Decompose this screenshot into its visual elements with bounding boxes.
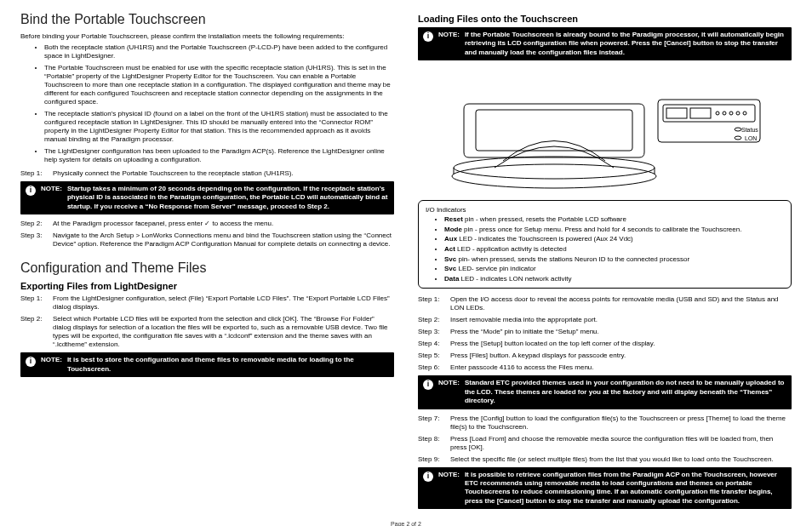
note-text: Standard ETC provided themes used in you…	[465, 379, 786, 405]
svg-point-8	[723, 111, 726, 115]
step-label: Step 6:	[418, 363, 450, 372]
svg-point-9	[729, 111, 733, 115]
info-icon: i	[26, 357, 36, 367]
step-row: Step 1:Open the I/O access door to revea…	[418, 295, 792, 312]
step-label: Step 9:	[418, 455, 450, 464]
heading-export: Exporting Files from LightDesigner	[20, 281, 394, 291]
bind-steps-b: Step 2: At the Paradigm processor facepa…	[20, 220, 394, 249]
page: Bind the Portable Touchscreen Before bin…	[0, 0, 812, 519]
bind-requirements: Both the receptacle station (UH1RS) and …	[20, 43, 394, 164]
io-list: Reset pin - when pressed, resets the Por…	[426, 215, 784, 283]
io-indicators-box: I/O Indicators Reset pin - when pressed,…	[418, 200, 792, 289]
io-item: Reset pin - when pressed, resets the Por…	[444, 215, 784, 224]
step-row: Step 4:Press the [Setup] button located …	[418, 340, 792, 348]
step-text: Press the [Setup] button located on the …	[450, 340, 792, 348]
heading-config: Configuration and Theme Files	[20, 260, 394, 276]
io-item: Svc LED- service pin indicator	[444, 265, 784, 273]
svg-point-0	[452, 164, 656, 188]
note-label: NOTE:	[438, 471, 460, 506]
info-icon: i	[26, 186, 36, 196]
step-label: Step 2:	[20, 315, 53, 349]
step-row: Step 9:Select the specific file (or sele…	[418, 455, 792, 464]
step-text: Physically connect the Portable Touchscr…	[53, 169, 394, 178]
note-themes: i NOTE: Standard ETC provided themes use…	[418, 375, 792, 409]
step-row: Step 1: From the LightDesigner configura…	[20, 294, 394, 312]
req-item: The LightDesigner configuration has been…	[44, 147, 394, 164]
svg-point-7	[716, 111, 719, 115]
step-label: Step 4:	[418, 340, 450, 348]
step-text: Press [Load From] and choose the removab…	[450, 435, 792, 452]
heading-loading: Loading Files onto the Touchscreen	[418, 14, 792, 24]
note-text: Startup takes a minimum of 20 seconds de…	[67, 185, 389, 211]
step-row: Step 3: Navigate to the Arch Setup > Lon…	[20, 232, 394, 249]
device-illustration: Status LON	[418, 66, 792, 193]
step-row: Step 3:Press the “Mode” pin to initiate …	[418, 328, 792, 336]
note-auto-retrieve: i NOTE: If the Portable Touchscreen is a…	[418, 27, 792, 60]
svg-text:Status: Status	[741, 127, 758, 133]
step-label: Step 8:	[418, 435, 450, 452]
io-item: Act LED - application activity is detect…	[444, 245, 784, 254]
bind-steps-a: Step 1: Physically connect the Portable …	[20, 169, 394, 178]
svg-rect-2	[476, 110, 632, 151]
info-icon: i	[423, 472, 433, 482]
step-text: Insert removable media into the appropri…	[450, 316, 792, 324]
step-label: Step 7:	[418, 415, 450, 432]
note-store-media: i NOTE: It is best to store the configur…	[20, 352, 394, 377]
svg-rect-5	[666, 108, 687, 118]
req-item: The receptacle station’s physical ID (fo…	[44, 110, 394, 144]
heading-bind: Bind the Portable Touchscreen	[20, 12, 394, 27]
step-label: Step 1:	[418, 295, 450, 312]
note-text: If the Portable Touchscreen is already b…	[465, 31, 786, 57]
note-label: NOTE:	[41, 185, 62, 211]
note-label: NOTE:	[438, 379, 460, 405]
step-row: Step 1: Physically connect the Portable …	[20, 169, 394, 178]
info-icon: i	[423, 31, 433, 42]
info-icon: i	[423, 380, 433, 390]
left-column: Bind the Portable Touchscreen Before bin…	[20, 12, 394, 514]
step-label: Step 3:	[418, 328, 450, 336]
step-row: Step 6:Enter passcode 4116 to access the…	[418, 363, 792, 372]
step-label: Step 2:	[20, 220, 53, 228]
io-item: Mode pin - press once for Setup menu. Pr…	[444, 226, 784, 234]
io-item: Svc pin- when pressed, sends the station…	[444, 255, 784, 264]
step-text: Press the “Mode” pin to initiate the “Se…	[450, 328, 792, 336]
step-text: Select the specific file (or select mult…	[450, 455, 792, 464]
step-label: Step 2:	[418, 316, 450, 324]
right-column: Loading Files onto the Touchscreen i NOT…	[418, 12, 792, 514]
step-row: Step 5:Press [Files] button. A keypad di…	[418, 352, 792, 360]
note-text: It is possible to retrieve configuration…	[465, 471, 786, 506]
svg-point-11	[743, 111, 746, 115]
step-row: Step 7:Press the [Config] button to load…	[418, 415, 792, 432]
step-text: At the Paradigm processor facepanel, pre…	[53, 220, 394, 228]
export-steps: Step 1: From the LightDesigner configura…	[20, 294, 394, 349]
step-text: Press the [Config] button to load the co…	[450, 415, 792, 432]
io-item: Data LED - indicates LON network activit…	[444, 275, 784, 283]
io-item: Aux LED - indicates the Touchscreen is p…	[444, 235, 784, 243]
step-row: Step 2:Insert removable media into the a…	[418, 316, 792, 324]
touchscreen-svg: Status LON	[443, 66, 767, 193]
step-row: Step 2: Select which Portable LCD files …	[20, 315, 394, 349]
step-row: Step 2: At the Paradigm processor facepa…	[20, 220, 394, 228]
page-footer: Page 2 of 2	[0, 521, 812, 526]
note-text: It is best to store the configuration an…	[67, 356, 389, 374]
note-label: NOTE:	[41, 356, 62, 374]
note-startup: i NOTE: Startup takes a minimum of 20 se…	[20, 181, 394, 214]
step-text: Open the I/O access door to reveal the a…	[450, 295, 792, 312]
note-label: NOTE:	[438, 31, 460, 57]
step-text: Select which Portable LCD files will be …	[53, 315, 394, 349]
svg-point-10	[736, 111, 740, 115]
step-text: Press [Files] button. A keypad displays …	[450, 352, 792, 360]
step-text: Navigate to the Arch Setup > LonWorks Co…	[53, 232, 394, 249]
svg-point-14	[735, 128, 741, 131]
step-label: Step 3:	[20, 232, 53, 249]
req-item: The Portable Touchscreen must be enabled…	[44, 64, 394, 106]
step-text: From the LightDesigner configuration, se…	[53, 294, 394, 312]
step-label: Step 1:	[20, 294, 53, 312]
svg-text:LON: LON	[745, 135, 757, 141]
svg-rect-4	[663, 105, 755, 122]
step-text: Enter passcode 4116 to access the Files …	[450, 363, 792, 372]
bind-lead: Before binding your Portable Touchscreen…	[20, 32, 394, 40]
io-title: I/O Indicators	[426, 206, 784, 214]
load-steps-d: Step 1:Open the I/O access door to revea…	[418, 295, 792, 372]
svg-point-15	[735, 136, 741, 140]
